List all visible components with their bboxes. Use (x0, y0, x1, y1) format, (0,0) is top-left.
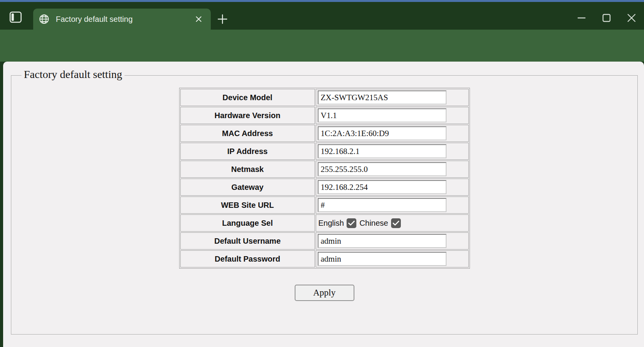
value-input[interactable] (318, 180, 447, 194)
minimize-icon[interactable] (569, 6, 594, 30)
window-close-icon[interactable] (619, 6, 644, 30)
tab-title: Factory default setting (56, 15, 192, 24)
table-row: Gateway (180, 179, 469, 196)
row-label: MAC Address (180, 125, 315, 142)
row-value-cell (316, 89, 469, 106)
row-label: IP Address (180, 143, 315, 160)
value-input[interactable] (318, 252, 447, 266)
row-label: Default Password (180, 250, 315, 267)
language-options: EnglishChinese (318, 218, 467, 228)
web-content: Factory default setting Device ModelHard… (3, 62, 644, 347)
row-value-cell (316, 143, 469, 160)
new-tab-icon[interactable] (215, 12, 229, 26)
language-select-cell: EnglishChinese (316, 214, 469, 232)
factory-default-fieldset: Factory default setting Device ModelHard… (11, 75, 638, 335)
table-row: Default Username (180, 232, 469, 250)
value-input[interactable] (318, 198, 447, 212)
value-input[interactable] (318, 108, 447, 122)
row-label: Default Username (180, 232, 315, 250)
fieldset-legend: Factory default setting (21, 68, 125, 81)
browser-toolbar: Not secure 192.168.2.1/ftdft.cgi (0, 30, 644, 62)
table-row: WEB Site URL (180, 197, 469, 214)
language-checkbox[interactable] (347, 218, 356, 228)
language-checkbox[interactable] (391, 218, 401, 228)
checkbox-label: English (318, 219, 344, 228)
row-value-cell (316, 179, 469, 196)
browser-tab[interactable]: Factory default setting (33, 9, 211, 30)
tab-close-icon[interactable] (192, 12, 205, 26)
row-value-cell (316, 161, 469, 178)
apply-button[interactable]: Apply (295, 285, 354, 301)
apply-row: Apply (11, 285, 637, 301)
table-row: Language SelEnglishChinese (180, 214, 469, 232)
row-value-cell (316, 232, 469, 250)
row-label: Language Sel (180, 214, 315, 232)
globe-icon (39, 14, 50, 25)
row-label: Device Model (180, 89, 315, 106)
browser-titlebar: Factory default setting (0, 2, 644, 30)
table-row: MAC Address (180, 125, 469, 142)
row-value-cell (316, 107, 469, 124)
value-input[interactable] (318, 90, 447, 104)
workspaces-icon[interactable] (9, 10, 23, 24)
row-value-cell (316, 125, 469, 142)
table-row: Device Model (180, 89, 469, 106)
row-label: Hardware Version (180, 107, 315, 124)
row-value-cell (316, 250, 469, 267)
table-row: Default Password (180, 250, 469, 267)
value-input[interactable] (318, 126, 447, 140)
row-label: WEB Site URL (180, 197, 315, 214)
value-input[interactable] (318, 234, 447, 248)
table-row: Hardware Version (180, 107, 469, 124)
row-label: Netmask (180, 161, 315, 178)
table-row: Netmask (180, 161, 469, 178)
window-controls (569, 4, 644, 32)
row-label: Gateway (180, 179, 315, 196)
checkbox-label: Chinese (359, 219, 388, 228)
settings-table-body: Device ModelHardware VersionMAC AddressI… (180, 89, 469, 267)
row-value-cell (316, 197, 469, 214)
table-row: IP Address (180, 143, 469, 160)
value-input[interactable] (318, 162, 447, 176)
value-input[interactable] (318, 144, 447, 158)
settings-table: Device ModelHardware VersionMAC AddressI… (179, 88, 470, 269)
maximize-icon[interactable] (594, 6, 619, 30)
